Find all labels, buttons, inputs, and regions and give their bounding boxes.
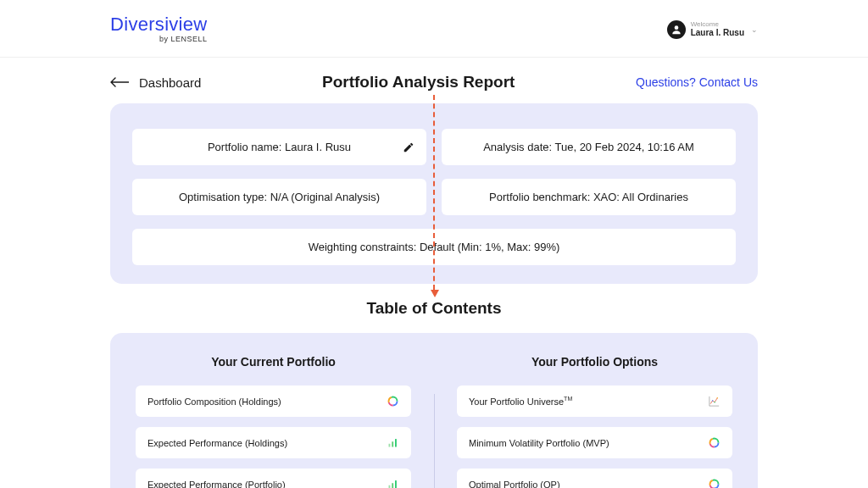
donut-chart-icon: [708, 478, 721, 488]
svg-rect-6: [392, 441, 393, 446]
analysis-date-text: Analysis date: Tue, 20 Feb 2024, 10:16 A…: [483, 141, 694, 153]
toc-item-label: Optimal Portfolio (OP): [469, 480, 560, 489]
bar-chart-icon: [387, 436, 399, 449]
svg-point-13: [717, 397, 719, 399]
brand-logo[interactable]: Diversiview by LENSELL: [110, 15, 208, 43]
connector-arrow: [433, 95, 435, 290]
toc-item-perf-portfolio[interactable]: Expected Performance (Portfolio): [136, 469, 411, 488]
svg-rect-9: [392, 483, 393, 488]
toc-item-label: Expected Performance (Holdings): [147, 438, 287, 448]
toc-item-mvp[interactable]: Minimum Volatility Portfolio (MVP): [457, 427, 732, 458]
toc-left-column: Your Current Portfolio Portfolio Composi…: [136, 355, 411, 488]
toc-item-label: Minimum Volatility Portfolio (MVP): [469, 438, 609, 448]
toc-title: Table of Contents: [0, 299, 868, 318]
back-to-dashboard[interactable]: Dashboard: [110, 75, 201, 90]
user-name: Laura I. Rusu: [691, 28, 744, 37]
svg-point-0: [674, 25, 678, 30]
svg-point-12: [714, 402, 715, 403]
portfolio-name-text: Portfolio name: Laura I. Rusu: [208, 141, 351, 153]
toc-item-composition[interactable]: Portfolio Composition (Holdings): [136, 385, 411, 417]
svg-rect-10: [395, 480, 397, 488]
optimisation-type-text: Optimisation type: N/A (Original Analysi…: [179, 191, 380, 203]
user-menu[interactable]: Welcome Laura I. Rusu ⌄: [667, 20, 758, 39]
brand-title: Diversiview: [110, 15, 208, 34]
edit-icon[interactable]: [403, 141, 415, 153]
toc-item-op[interactable]: Optimal Portfolio (OP): [457, 469, 732, 488]
toc-item-label: Portfolio Composition (Holdings): [147, 396, 281, 407]
toc-right-heading: Your Portfolio Options: [457, 355, 732, 369]
toc-right-column: Your Portfolio Options Your Portfolio Un…: [457, 355, 732, 488]
svg-rect-7: [395, 439, 397, 446]
toc-divider: [434, 394, 435, 488]
avatar-icon: [667, 20, 686, 39]
arrow-left-icon: [110, 77, 129, 87]
back-label: Dashboard: [139, 75, 201, 90]
toc-item-label: Your Portfolio UniverseTM: [469, 396, 572, 407]
donut-chart-icon: [708, 436, 721, 449]
benchmark-card: Portfolio benchmark: XAO: All Ordinaries: [442, 179, 736, 215]
chevron-down-icon: ⌄: [751, 25, 758, 34]
toc-item-universe[interactable]: Your Portfolio UniverseTM: [457, 385, 732, 417]
optimisation-type-card: Optimisation type: N/A (Original Analysi…: [132, 179, 426, 215]
bar-chart-icon: [387, 478, 399, 488]
donut-chart-icon: [387, 395, 399, 408]
svg-rect-5: [389, 444, 391, 447]
svg-point-11: [712, 400, 714, 402]
analysis-date-card: Analysis date: Tue, 20 Feb 2024, 10:16 A…: [442, 129, 736, 165]
welcome-label: Welcome: [691, 21, 744, 29]
toc-left-heading: Your Current Portfolio: [136, 355, 411, 369]
portfolio-name-card: Portfolio name: Laura I. Rusu: [132, 129, 426, 165]
page-title: Portfolio Analysis Report: [322, 73, 515, 92]
toc-item-perf-holdings[interactable]: Expected Performance (Holdings): [136, 427, 411, 458]
contact-link[interactable]: Questions? Contact Us: [636, 75, 758, 89]
scatter-chart-icon: [708, 395, 721, 408]
toc-item-label: Expected Performance (Portfolio): [147, 480, 286, 489]
toc-panel: Your Current Portfolio Portfolio Composi…: [110, 333, 758, 488]
brand-subtitle: by LENSELL: [110, 36, 208, 43]
benchmark-text: Portfolio benchmark: XAO: All Ordinaries: [489, 191, 688, 203]
